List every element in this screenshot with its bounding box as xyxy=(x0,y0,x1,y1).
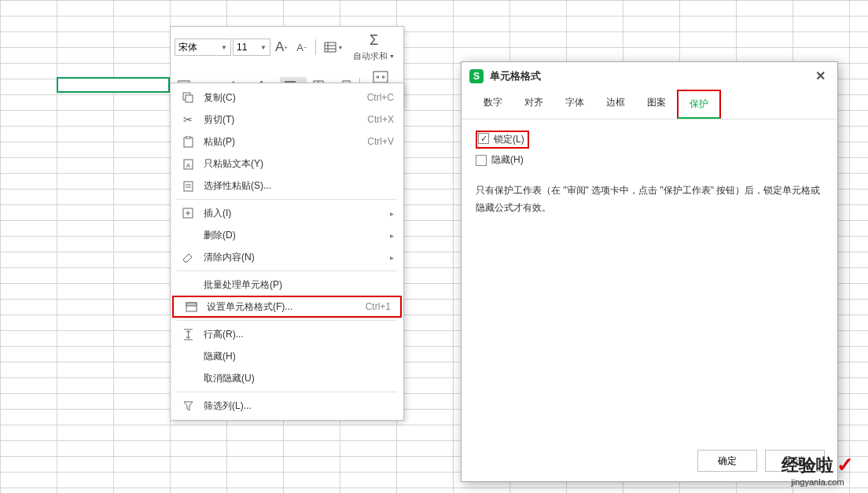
svg-rect-18 xyxy=(186,136,190,138)
hide-label: 隐藏(H) xyxy=(491,153,524,167)
row-height-icon xyxy=(180,326,196,342)
table-style-button[interactable]: ▼ xyxy=(320,39,347,56)
autosum-button[interactable]: Σ 自动求和▼ xyxy=(348,29,399,65)
dialog-tabs: 数字 对齐 字体 边框 图案 保护 xyxy=(462,90,837,120)
menu-paste-special[interactable]: 选择性粘贴(S)... xyxy=(171,175,403,197)
menu-paste-shortcut: Ctrl+V xyxy=(367,136,394,147)
menu-cut-shortcut: Ctrl+X xyxy=(367,114,394,125)
menu-batch-label: 批量处理单元格(P) xyxy=(204,278,394,292)
menu-insert[interactable]: 插入(I) ▸ xyxy=(171,202,403,224)
ok-button[interactable]: 确定 xyxy=(697,450,757,472)
menu-hide-label: 隐藏(H) xyxy=(204,350,394,363)
menu-unhide-label: 取消隐藏(U) xyxy=(204,372,394,385)
menu-copy[interactable]: 复制(C) Ctrl+C xyxy=(171,86,403,109)
menu-format-shortcut: Ctrl+1 xyxy=(366,301,391,312)
watermark: 经验啦 ✓ jingyanla.com xyxy=(782,453,854,487)
dialog-title-text: 单元格格式 xyxy=(490,69,541,83)
tab-font[interactable]: 字体 xyxy=(554,90,595,119)
chevron-right-icon: ▸ xyxy=(390,253,394,262)
menu-copy-shortcut: Ctrl+C xyxy=(367,92,394,103)
tab-protect[interactable]: 保护 xyxy=(677,90,721,119)
tab-number[interactable]: 数字 xyxy=(473,90,513,119)
menu-paste[interactable]: 粘贴(P) Ctrl+V xyxy=(171,131,403,153)
svg-rect-17 xyxy=(184,138,193,147)
chevron-down-icon: ▼ xyxy=(221,44,227,51)
dialog-description: 只有保护工作表（在 "审阅" 选项卡中，点击 "保护工作表" 按钮）后，锁定单元… xyxy=(476,182,823,216)
menu-paste-label: 粘贴(P) xyxy=(204,135,367,149)
svg-rect-14 xyxy=(373,72,388,83)
selected-cell[interactable] xyxy=(57,77,170,93)
menu-clear-label: 清除内容(N) xyxy=(204,251,390,264)
svg-rect-16 xyxy=(186,95,193,102)
increase-font-button[interactable]: A+ xyxy=(272,39,291,56)
menu-hide[interactable]: 隐藏(H) xyxy=(171,345,403,367)
font-name-label: 宋体 xyxy=(178,41,197,54)
insert-icon xyxy=(180,205,196,221)
menu-filter-label: 筛选列(L)... xyxy=(204,399,394,413)
dialog-body: ✓ 锁定(L) 隐藏(H) 只有保护工作表（在 "审阅" 选项卡中，点击 "保护… xyxy=(462,120,837,440)
svg-rect-28 xyxy=(186,303,197,306)
menu-format-cells[interactable]: 设置单元格格式(F)... Ctrl+1 xyxy=(172,296,402,318)
menu-filter[interactable]: 筛选列(L)... xyxy=(171,395,403,417)
menu-batch[interactable]: 批量处理单元格(P) xyxy=(171,274,403,296)
clipboard-text-icon: A xyxy=(180,156,196,171)
context-menu: 复制(C) Ctrl+C ✂ 剪切(T) Ctrl+X 粘贴(P) Ctrl+V… xyxy=(170,83,404,421)
table-icon xyxy=(324,41,337,53)
cell-format-dialog: S 单元格格式 ✕ 数字 对齐 字体 边框 图案 保护 ✓ 锁定(L) 隐藏(H… xyxy=(461,61,838,482)
svg-text:A: A xyxy=(186,162,190,169)
wps-logo-icon: S xyxy=(469,69,484,83)
menu-paste-special-label: 选择性粘贴(S)... xyxy=(204,179,394,193)
menu-paste-text[interactable]: A 只粘贴文本(Y) xyxy=(171,153,403,175)
tab-align[interactable]: 对齐 xyxy=(513,90,554,119)
menu-format-label: 设置单元格格式(F)... xyxy=(207,300,366,314)
hide-checkbox[interactable] xyxy=(476,155,487,166)
decrease-font-button[interactable]: A− xyxy=(292,39,311,56)
chevron-down-icon: ▼ xyxy=(260,44,267,51)
svg-rect-21 xyxy=(184,182,193,191)
menu-delete[interactable]: 删除(D) ▸ xyxy=(171,224,403,246)
watermark-brand: 经验啦 xyxy=(782,454,833,477)
clipboard-icon xyxy=(180,134,196,149)
autosum-label: 自动求和 xyxy=(353,50,388,62)
font-size-label: 11 xyxy=(237,42,247,53)
clipboard-special-icon xyxy=(180,178,196,193)
check-icon: ✓ xyxy=(837,453,854,477)
chevron-right-icon: ▸ xyxy=(390,231,394,240)
lock-checkbox[interactable]: ✓ xyxy=(478,133,489,144)
lock-label: 锁定(L) xyxy=(494,133,524,146)
menu-paste-text-label: 只粘贴文本(Y) xyxy=(204,157,394,171)
copy-icon xyxy=(180,90,196,105)
close-button[interactable]: ✕ xyxy=(811,68,829,83)
menu-delete-label: 删除(D) xyxy=(204,229,390,242)
menu-cut[interactable]: ✂ 剪切(T) Ctrl+X xyxy=(171,109,403,131)
tab-border[interactable]: 边框 xyxy=(595,90,636,119)
menu-unhide[interactable]: 取消隐藏(U) xyxy=(171,367,403,389)
menu-clear[interactable]: 清除内容(N) ▸ xyxy=(171,246,403,268)
dialog-titlebar[interactable]: S 单元格格式 ✕ xyxy=(462,62,837,90)
font-name-select[interactable]: 宋体 ▼ xyxy=(175,39,231,56)
menu-insert-label: 插入(I) xyxy=(204,207,390,220)
format-cells-icon xyxy=(183,299,199,315)
filter-icon xyxy=(180,398,196,414)
chevron-right-icon: ▸ xyxy=(390,209,394,218)
menu-row-height[interactable]: 行高(R)... xyxy=(171,323,403,345)
font-size-select[interactable]: 11 ▼ xyxy=(233,39,270,56)
svg-rect-0 xyxy=(325,42,336,52)
tab-pattern[interactable]: 图案 xyxy=(636,90,677,119)
menu-row-height-label: 行高(R)... xyxy=(204,328,394,341)
eraser-icon xyxy=(180,249,196,265)
scissors-icon: ✂ xyxy=(180,112,196,127)
menu-cut-label: 剪切(T) xyxy=(204,113,367,127)
menu-copy-label: 复制(C) xyxy=(204,91,367,105)
sigma-icon: Σ xyxy=(370,32,378,49)
watermark-url: jingyanla.com xyxy=(791,477,844,487)
